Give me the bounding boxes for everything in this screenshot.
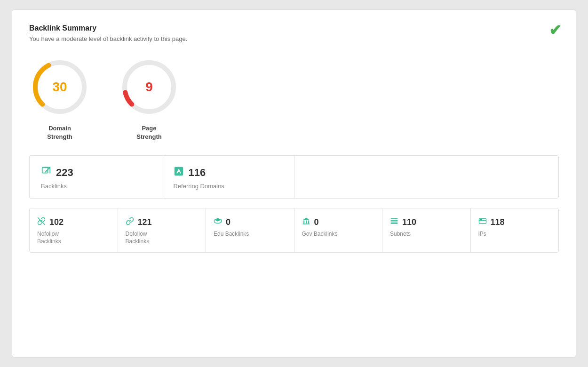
dofollow-icon	[126, 217, 134, 228]
edu-number: 0	[226, 217, 230, 227]
check-icon: ✔	[549, 21, 562, 39]
nofollow-number: 102	[49, 217, 64, 227]
dofollow-box[interactable]: 121 DofollowBacklinks	[118, 208, 207, 252]
ips-label: IPs	[478, 231, 551, 238]
page-subtitle: You have a moderate level of backlink ac…	[29, 35, 559, 42]
dofollow-label: DofollowBacklinks	[126, 231, 199, 245]
svg-point-19	[481, 219, 482, 220]
backlinks-label: Backlinks	[41, 183, 151, 190]
svg-rect-13	[391, 220, 398, 221]
svg-rect-14	[391, 222, 398, 223]
edu-label: Edu Backlinks	[214, 231, 286, 238]
page-title: Backlink Summary	[29, 24, 559, 32]
main-stats-row: 223 Backlinks 116 Referring Domains	[29, 155, 559, 199]
svg-rect-12	[391, 218, 398, 219]
edu-box[interactable]: 0 Edu Backlinks	[206, 208, 294, 252]
domain-strength-value: 30	[52, 80, 67, 95]
backlink-summary-card: ✔ Backlink Summary You have a moderate l…	[12, 9, 576, 358]
edu-top: 0	[214, 217, 286, 228]
page-strength-container: 9	[119, 56, 180, 118]
secondary-stats-row: 102 NofollowBacklinks 121 DofollowBackli…	[29, 208, 559, 252]
nofollow-box[interactable]: 102 NofollowBacklinks	[30, 208, 118, 252]
domain-strength-gauge: 30 DomainStrength	[29, 56, 90, 141]
gauges-row: 30 DomainStrength 9 PageStrength	[29, 56, 559, 141]
referring-domains-number: 116	[189, 167, 206, 179]
svg-rect-10	[308, 221, 309, 224]
gov-label: Gov Backlinks	[302, 231, 375, 238]
svg-rect-8	[303, 221, 304, 224]
referring-domains-top: 116	[174, 166, 283, 179]
svg-rect-15	[391, 223, 398, 224]
domain-strength-label: DomainStrength	[47, 124, 72, 141]
dofollow-number: 121	[138, 217, 152, 227]
edu-icon	[214, 217, 222, 228]
svg-rect-9	[305, 221, 306, 224]
subnets-icon	[390, 217, 398, 228]
page-strength-gauge: 9 PageStrength	[119, 56, 180, 141]
page-strength-value: 9	[145, 80, 153, 95]
nofollow-icon	[37, 217, 46, 228]
ips-number: 118	[491, 217, 505, 227]
gov-box[interactable]: 0 Gov Backlinks	[294, 208, 383, 252]
gov-icon	[302, 217, 310, 228]
ips-box[interactable]: 118 IPs	[471, 208, 559, 252]
page-strength-label: PageStrength	[136, 124, 161, 141]
nofollow-top: 102	[37, 217, 110, 228]
backlinks-number: 223	[56, 167, 73, 179]
referring-domains-icon	[174, 166, 184, 179]
svg-point-18	[480, 219, 481, 220]
ips-icon	[478, 217, 487, 228]
empty-box-2	[427, 156, 559, 198]
svg-marker-11	[302, 218, 310, 220]
nofollow-label: NofollowBacklinks	[37, 231, 110, 245]
gov-top: 0	[302, 217, 375, 228]
domain-strength-container: 30	[29, 56, 90, 118]
backlinks-top: 223	[41, 166, 151, 179]
external-link-icon	[41, 166, 51, 179]
empty-box	[294, 156, 427, 198]
backlinks-box[interactable]: 223 Backlinks	[30, 156, 162, 198]
svg-rect-7	[302, 224, 310, 225]
subnets-top: 110	[390, 217, 463, 228]
dofollow-top: 121	[126, 217, 199, 228]
referring-domains-box[interactable]: 116 Referring Domains	[162, 156, 295, 198]
gov-number: 0	[314, 217, 319, 227]
subnets-number: 110	[402, 217, 416, 227]
subnets-box[interactable]: 110 Subnets	[382, 208, 471, 252]
subnets-label: Subnets	[390, 231, 463, 238]
referring-domains-label: Referring Domains	[174, 183, 283, 190]
ips-top: 118	[478, 217, 551, 228]
